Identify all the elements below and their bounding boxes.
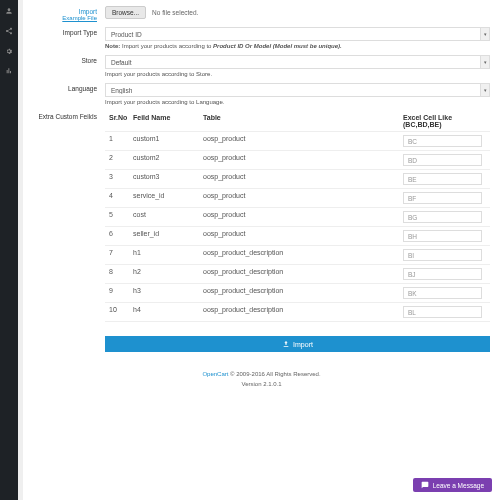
main-panel: Import Example File Browse... No file se… [23, 0, 500, 500]
cell-excel-input[interactable] [403, 211, 482, 223]
col-header-tb: Table [203, 114, 403, 128]
store-select[interactable]: ▾ [105, 55, 490, 69]
import-type-select[interactable]: ▾ [105, 27, 490, 41]
store-label: Store [81, 57, 97, 64]
cell-fieldname: custom1 [133, 135, 203, 147]
cell-fieldname: h1 [133, 249, 203, 261]
cell-excel-input[interactable] [403, 249, 482, 261]
cell-sn: 3 [105, 173, 133, 185]
language-value[interactable] [105, 83, 480, 97]
chevron-down-icon: ▾ [480, 27, 490, 41]
language-note: Import your products according to Langua… [105, 99, 490, 105]
cell-sn: 4 [105, 192, 133, 204]
table-row: 2custom2oosp_product [105, 151, 490, 170]
cell-table: oosp_product [203, 230, 403, 242]
cell-excel-input[interactable] [403, 268, 482, 280]
cell-excel-input[interactable] [403, 192, 482, 204]
cell-table: oosp_product [203, 154, 403, 166]
chat-widget[interactable]: Leave a Message [413, 478, 492, 492]
table-row: 6seller_idoosp_product [105, 227, 490, 246]
example-file-link[interactable]: Example File [33, 15, 97, 21]
upload-icon [282, 340, 290, 348]
store-note: Import your products according to Store. [105, 71, 490, 77]
import-button-label: Import [293, 341, 313, 348]
table-row: 9h3oosp_product_description [105, 284, 490, 303]
language-label: Language [68, 85, 97, 92]
cell-excel-input[interactable] [403, 306, 482, 318]
table-row: 3custom3oosp_product [105, 170, 490, 189]
gear-icon[interactable] [4, 46, 14, 56]
cell-sn: 2 [105, 154, 133, 166]
cell-fieldname: custom3 [133, 173, 203, 185]
cell-sn: 8 [105, 268, 133, 280]
import-type-label: Import Type [63, 29, 97, 36]
cell-fieldname: service_id [133, 192, 203, 204]
cell-table: oosp_product [203, 211, 403, 223]
table-row: 7h1oosp_product_description [105, 246, 490, 265]
browse-button[interactable]: Browse... [105, 6, 146, 19]
cell-sn: 9 [105, 287, 133, 299]
extra-fields-label: Extra Custom Feilds [38, 113, 97, 120]
share-icon[interactable] [4, 26, 14, 36]
cell-sn: 6 [105, 230, 133, 242]
footer-brand-link[interactable]: OpenCart [202, 371, 228, 377]
cell-table: oosp_product_description [203, 287, 403, 299]
col-header-sn: Sr.No [105, 114, 133, 128]
cell-table: oosp_product [203, 135, 403, 147]
cell-fieldname: custom2 [133, 154, 203, 166]
import-label: Import [79, 8, 97, 15]
cell-table: oosp_product_description [203, 268, 403, 280]
language-select[interactable]: ▾ [105, 83, 490, 97]
table-row: 5costoosp_product [105, 208, 490, 227]
cell-excel-input[interactable] [403, 173, 482, 185]
chart-icon[interactable] [4, 66, 14, 76]
table-row: 8h2oosp_product_description [105, 265, 490, 284]
cell-table: oosp_product [203, 192, 403, 204]
footer-copyright: © 2009-2016 All Rights Reserved. [228, 371, 320, 377]
cell-table: oosp_product_description [203, 249, 403, 261]
table-row: 4service_idoosp_product [105, 189, 490, 208]
cell-sn: 10 [105, 306, 133, 318]
fields-table: Sr.No Feild Name Table Excel Cell Like (… [105, 111, 490, 322]
cell-table: oosp_product [203, 173, 403, 185]
cell-fieldname: h4 [133, 306, 203, 318]
chevron-down-icon: ▾ [480, 83, 490, 97]
no-file-text: No file selected. [152, 9, 198, 16]
col-header-ec: Excel Cell Like (BC,BD,BE) [403, 114, 490, 128]
cell-sn: 1 [105, 135, 133, 147]
footer-version: Version 2.1.0.1 [241, 381, 281, 387]
cell-fieldname: h2 [133, 268, 203, 280]
cell-fieldname: cost [133, 211, 203, 223]
col-header-fn: Feild Name [133, 114, 203, 128]
chat-icon [421, 481, 429, 489]
cell-excel-input[interactable] [403, 154, 482, 166]
chevron-down-icon: ▾ [480, 55, 490, 69]
cell-excel-input[interactable] [403, 230, 482, 242]
import-type-note: Note: Import your products according to … [105, 43, 490, 49]
chat-label: Leave a Message [433, 482, 484, 489]
cell-excel-input[interactable] [403, 135, 482, 147]
footer: OpenCart © 2009-2016 All Rights Reserved… [33, 370, 490, 389]
table-row: 10h4oosp_product_description [105, 303, 490, 322]
store-value[interactable] [105, 55, 480, 69]
cell-excel-input[interactable] [403, 287, 482, 299]
cell-sn: 5 [105, 211, 133, 223]
cell-fieldname: h3 [133, 287, 203, 299]
cell-fieldname: seller_id [133, 230, 203, 242]
import-type-value[interactable] [105, 27, 480, 41]
import-button[interactable]: Import [105, 336, 490, 352]
table-row: 1custom1oosp_product [105, 132, 490, 151]
user-icon[interactable] [4, 6, 14, 16]
cell-sn: 7 [105, 249, 133, 261]
cell-table: oosp_product_description [203, 306, 403, 318]
sidebar-nav [0, 0, 18, 500]
